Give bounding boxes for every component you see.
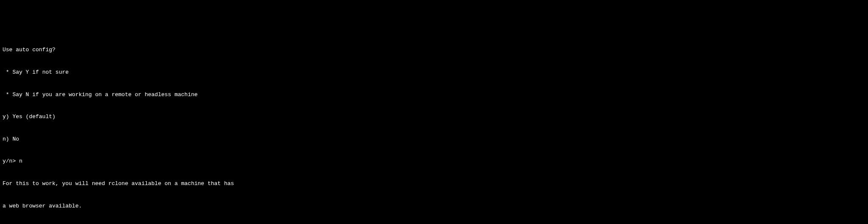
config-prompt-line: Use auto config? bbox=[3, 46, 865, 54]
terminal-output: Use auto config? * Say Y if not sure * S… bbox=[3, 31, 865, 224]
option-no: n) No bbox=[3, 136, 865, 143]
info-line-1: For this to work, you will need rclone a… bbox=[3, 180, 865, 188]
choice-answer: y/n> n bbox=[3, 158, 865, 165]
hint-y: * Say Y if not sure bbox=[3, 69, 865, 76]
hint-n: * Say N if you are working on a remote o… bbox=[3, 91, 865, 99]
info-line-2: a web browser available. bbox=[3, 202, 865, 210]
option-yes: y) Yes (default) bbox=[3, 113, 865, 121]
